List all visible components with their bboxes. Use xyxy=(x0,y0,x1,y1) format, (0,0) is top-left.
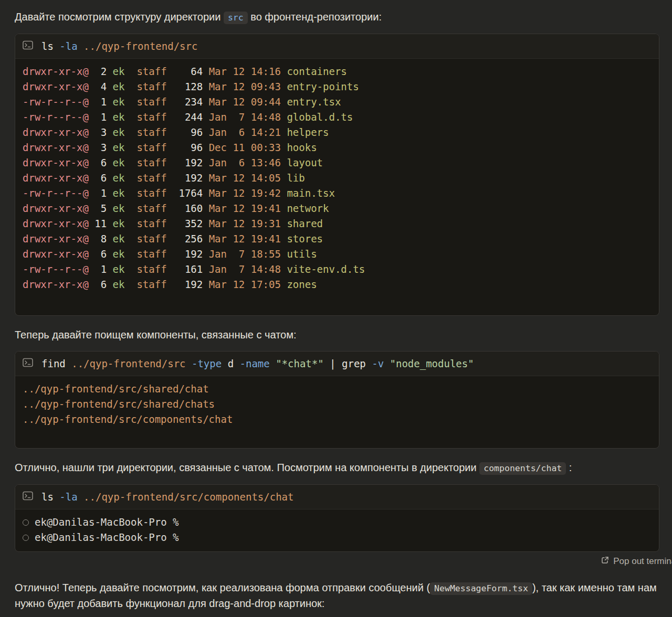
command-string-token: "node_modules" xyxy=(390,358,474,369)
file-name: main.tsx xyxy=(281,187,335,199)
file-name: entry.tsx xyxy=(281,96,341,108)
file-group: staff xyxy=(125,142,167,153)
file-group: staff xyxy=(125,279,167,290)
file-name: network xyxy=(281,203,329,214)
ls-output-row: drwxr-xr-x@ 3 ek staff 96 Jan 6 14:21 he… xyxy=(23,125,652,140)
file-name: zones xyxy=(281,279,317,290)
file-size: 1764 xyxy=(167,187,203,199)
link-count: 1 xyxy=(89,96,107,108)
file-name: vite-env.d.ts xyxy=(281,263,365,275)
file-group: staff xyxy=(125,81,167,92)
link-count: 6 xyxy=(89,248,107,260)
terminal-footer-row: Pop out terminal xyxy=(15,556,659,569)
file-permissions: drwxr-xr-x@ xyxy=(23,203,89,214)
command-path-token: ../qyp-frontend/src/components/chat xyxy=(83,491,293,503)
circle-outline-icon xyxy=(23,535,29,541)
file-group: staff xyxy=(125,187,167,199)
paragraph-text: Отлично, нашли три директории, связанные… xyxy=(15,462,479,473)
link-count: 4 xyxy=(89,81,107,92)
file-group: staff xyxy=(125,66,167,77)
file-permissions: drwxr-xr-x@ xyxy=(23,218,89,229)
file-owner: ek xyxy=(107,187,124,199)
file-permissions: drwxr-xr-x@ xyxy=(23,248,89,260)
shell-prompt-line: ek@Danilas-MacBook-Pro % xyxy=(23,515,652,530)
command-path-token: ../qyp-frontend/src xyxy=(83,40,197,52)
file-permissions: drwxr-xr-x@ xyxy=(23,126,89,138)
link-count: 6 xyxy=(89,172,107,184)
ls-output-row: drwxr-xr-x@ 3 ek staff 96 Dec 11 00:33 h… xyxy=(23,140,652,155)
terminal-output: ../qyp-frontend/src/shared/chat ../qyp-f… xyxy=(15,376,659,448)
file-size: 192 xyxy=(167,157,203,168)
file-owner: ek xyxy=(107,96,124,108)
ls-output-row: drwxr-xr-x@ 6 ek staff 192 Jan 6 13:46 l… xyxy=(23,155,652,171)
external-link-icon xyxy=(601,556,609,567)
paragraph-text: : xyxy=(566,462,572,473)
file-size: 192 xyxy=(167,248,203,260)
terminal-block-ls-src: ls -la ../qyp-frontend/src drwxr-xr-x@ 2… xyxy=(15,34,659,316)
file-permissions: drwxr-xr-x@ xyxy=(23,233,89,244)
terminal-command: ls -la ../qyp-frontend/src/components/ch… xyxy=(41,492,293,503)
file-size: 192 xyxy=(167,172,203,184)
file-name: shared xyxy=(281,218,323,229)
file-owner: ek xyxy=(107,81,124,92)
inline-code-src: src xyxy=(224,12,248,24)
inline-code-newmessageform: NewMessageForm.tsx xyxy=(430,582,532,595)
assistant-paragraph-1: Давайте посмотрим структуру директории s… xyxy=(15,9,659,25)
shell-prompt-text: ek@Danilas-MacBook-Pro % xyxy=(35,530,179,545)
pop-out-terminal-label: Pop out terminal xyxy=(613,556,672,567)
pipe-token: | xyxy=(330,358,342,369)
file-size: 244 xyxy=(167,111,203,123)
ls-output-row: drwxr-xr-x@ 8 ek staff 256 Mar 12 19:41 … xyxy=(23,231,652,247)
ls-output-row: -rw-r--r--@ 1 ek staff 1764 Mar 12 19:42… xyxy=(23,186,652,201)
file-owner: ek xyxy=(107,126,124,138)
command-token: grep xyxy=(342,358,372,369)
file-group: staff xyxy=(125,111,167,123)
file-owner: ek xyxy=(107,203,124,214)
file-group: staff xyxy=(125,248,167,260)
link-count: 6 xyxy=(89,279,107,290)
file-name: layout xyxy=(281,157,323,168)
ls-output-row: -rw-r--r--@ 1 ek staff 234 Mar 12 09:44 … xyxy=(23,94,652,110)
ls-output-row: drwxr-xr-x@ 5 ek staff 160 Mar 12 19:41 … xyxy=(23,201,652,216)
file-owner: ek xyxy=(107,233,124,244)
file-name: helpers xyxy=(281,126,329,138)
command-flag-token: -v xyxy=(372,358,390,369)
command-token: d xyxy=(228,358,240,369)
link-count: 11 xyxy=(89,218,107,229)
file-size: 64 xyxy=(167,66,203,77)
command-token: find xyxy=(41,358,71,369)
command-path-token: ../qyp-frontend/src xyxy=(71,358,192,369)
file-date: Mar 12 14:16 xyxy=(203,66,281,77)
terminal-header: ls -la ../qyp-frontend/src/components/ch… xyxy=(15,485,659,509)
link-count: 1 xyxy=(89,187,107,199)
command-flag-token: -type xyxy=(192,358,228,369)
file-owner: ek xyxy=(107,172,124,184)
file-size: 128 xyxy=(167,81,203,92)
file-date: Jan 6 13:46 xyxy=(203,157,281,168)
file-name: hooks xyxy=(281,142,317,153)
terminal-icon xyxy=(23,491,33,503)
file-owner: ek xyxy=(107,263,124,275)
file-date: Jan 7 14:48 xyxy=(203,263,281,275)
file-name: lib xyxy=(281,172,305,184)
file-owner: ek xyxy=(107,279,124,290)
command-flag-token: -la xyxy=(59,40,83,52)
file-permissions: drwxr-xr-x@ xyxy=(23,172,89,184)
file-date: Jan 7 14:48 xyxy=(203,111,281,123)
terminal-command: ls -la ../qyp-frontend/src xyxy=(41,41,197,52)
file-owner: ek xyxy=(107,218,124,229)
file-size: 96 xyxy=(167,142,203,153)
circle-outline-icon xyxy=(23,519,29,526)
ls-output-row: drwxr-xr-x@ 6 ek staff 192 Jan 7 18:55 u… xyxy=(23,247,652,262)
file-group: staff xyxy=(125,157,167,168)
terminal-block-find-chat: find ../qyp-frontend/src -type d -name "… xyxy=(15,351,659,449)
pop-out-terminal-button[interactable]: Pop out terminal xyxy=(601,556,672,567)
file-size: 161 xyxy=(167,263,203,275)
file-date: Mar 12 09:43 xyxy=(203,81,281,92)
file-owner: ek xyxy=(107,248,124,260)
terminal-block-ls-components-chat: ls -la ../qyp-frontend/src/components/ch… xyxy=(15,484,659,552)
command-flag-token: -name xyxy=(240,358,276,369)
file-permissions: drwxr-xr-x@ xyxy=(23,157,89,168)
file-group: staff xyxy=(125,263,167,275)
terminal-output: drwxr-xr-x@ 2 ek staff 64 Mar 12 14:16 c… xyxy=(15,59,659,315)
